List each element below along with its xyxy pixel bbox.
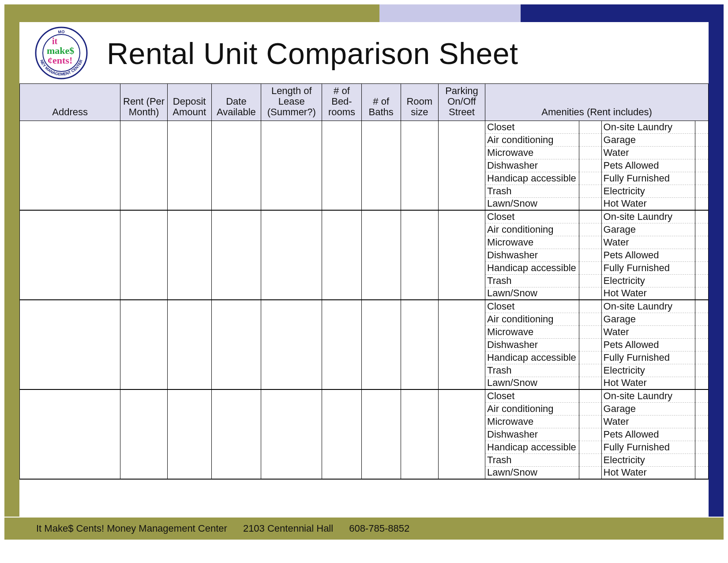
amenity-label: Trash [485,274,579,287]
amenity-checkbox[interactable] [579,197,601,210]
amenity-checkbox[interactable] [579,146,601,159]
entry-cell[interactable] [361,121,401,210]
amenity-checkbox[interactable] [695,313,709,325]
amenity-checkbox[interactable] [579,261,601,274]
entry-cell[interactable] [401,121,438,210]
entry-cell[interactable] [261,121,322,210]
amenity-checkbox[interactable] [579,389,601,402]
amenity-checkbox[interactable] [695,197,709,210]
entry-cell[interactable] [167,389,211,479]
amenity-checkbox[interactable] [579,274,601,287]
entry-cell[interactable] [322,389,361,479]
amenity-checkbox[interactable] [579,313,601,325]
entry-cell[interactable] [261,389,322,479]
entry-cell[interactable] [401,210,438,300]
col-parking: Parking On/Off Street [438,84,485,121]
entry-cell[interactable] [211,210,261,300]
amenity-checkbox[interactable] [695,364,709,377]
amenity-checkbox[interactable] [579,325,601,338]
amenity-checkbox[interactable] [579,249,601,261]
entry-cell[interactable] [438,121,485,210]
entry-cell[interactable] [322,210,361,300]
amenity-checkbox[interactable] [695,389,709,402]
amenity-checkbox[interactable] [695,466,709,479]
amenity-checkbox[interactable] [579,453,601,466]
amenity-checkbox[interactable] [579,159,601,172]
entry-cell[interactable] [322,121,361,210]
entry-cell[interactable] [438,389,485,479]
entry-cell[interactable] [167,210,211,300]
amenity-checkbox[interactable] [695,159,709,172]
amenity-checkbox[interactable] [695,146,709,159]
amenity-checkbox[interactable] [695,261,709,274]
amenity-checkbox[interactable] [695,300,709,313]
entry-cell[interactable] [120,121,167,210]
amenity-checkbox[interactable] [579,415,601,428]
amenity-checkbox[interactable] [695,453,709,466]
amenity-checkbox[interactable] [579,287,601,300]
entry-cell[interactable] [211,389,261,479]
amenity-checkbox[interactable] [695,415,709,428]
entry-cell[interactable] [401,300,438,389]
amenity-checkbox[interactable] [579,351,601,364]
amenity-checkbox[interactable] [579,441,601,453]
amenity-label: Fully Furnished [601,261,695,274]
amenity-label: Electricity [601,453,695,466]
amenity-label: Lawn/Snow [485,197,579,210]
entry-cell[interactable] [120,300,167,389]
amenity-checkbox[interactable] [695,133,709,146]
amenity-checkbox[interactable] [695,441,709,453]
amenity-checkbox[interactable] [579,185,601,197]
amenity-checkbox[interactable] [579,364,601,377]
amenity-label: Air conditioning [485,223,579,236]
entry-cell[interactable] [438,210,485,300]
amenity-checkbox[interactable] [695,351,709,364]
entry-cell[interactable] [322,300,361,389]
amenity-checkbox[interactable] [579,236,601,249]
amenity-checkbox[interactable] [579,210,601,223]
entry-cell[interactable] [361,389,401,479]
amenity-checkbox[interactable] [579,223,601,236]
entry-cell[interactable] [438,300,485,389]
entry-cell[interactable] [261,210,322,300]
amenity-checkbox[interactable] [579,377,601,389]
amenity-checkbox[interactable] [695,325,709,338]
amenity-checkbox[interactable] [579,428,601,441]
amenity-checkbox[interactable] [579,133,601,146]
amenity-checkbox[interactable] [695,338,709,351]
amenity-checkbox[interactable] [579,402,601,415]
amenity-checkbox[interactable] [579,466,601,479]
entry-cell[interactable] [20,389,120,479]
entry-cell[interactable] [20,121,120,210]
amenity-checkbox[interactable] [695,210,709,223]
entry-cell[interactable] [401,389,438,479]
entry-cell[interactable] [167,121,211,210]
amenity-checkbox[interactable] [695,236,709,249]
amenity-checkbox[interactable] [695,172,709,185]
amenity-label: Microwave [485,236,579,249]
entry-cell[interactable] [20,210,120,300]
amenity-checkbox[interactable] [695,223,709,236]
entry-cell[interactable] [261,300,322,389]
entry-cell[interactable] [211,300,261,389]
amenity-checkbox[interactable] [579,338,601,351]
entry-cell[interactable] [211,121,261,210]
amenity-checkbox[interactable] [579,172,601,185]
entry-cell[interactable] [361,300,401,389]
amenity-checkbox[interactable] [695,287,709,300]
entry-cell[interactable] [361,210,401,300]
amenity-checkbox[interactable] [695,249,709,261]
amenity-checkbox[interactable] [695,402,709,415]
amenity-checkbox[interactable] [579,121,601,133]
entry-cell[interactable] [167,300,211,389]
amenity-checkbox[interactable] [695,428,709,441]
amenity-checkbox[interactable] [695,185,709,197]
amenity-checkbox[interactable] [695,121,709,133]
amenity-checkbox[interactable] [695,377,709,389]
entry-cell[interactable] [120,389,167,479]
entry-cell[interactable] [20,300,120,389]
amenity-checkbox[interactable] [695,274,709,287]
entry-cell[interactable] [120,210,167,300]
amenity-checkbox[interactable] [579,300,601,313]
content-area: MO NEY MANAGEMENT CENTER it make$ ¢ents!… [19,22,709,517]
